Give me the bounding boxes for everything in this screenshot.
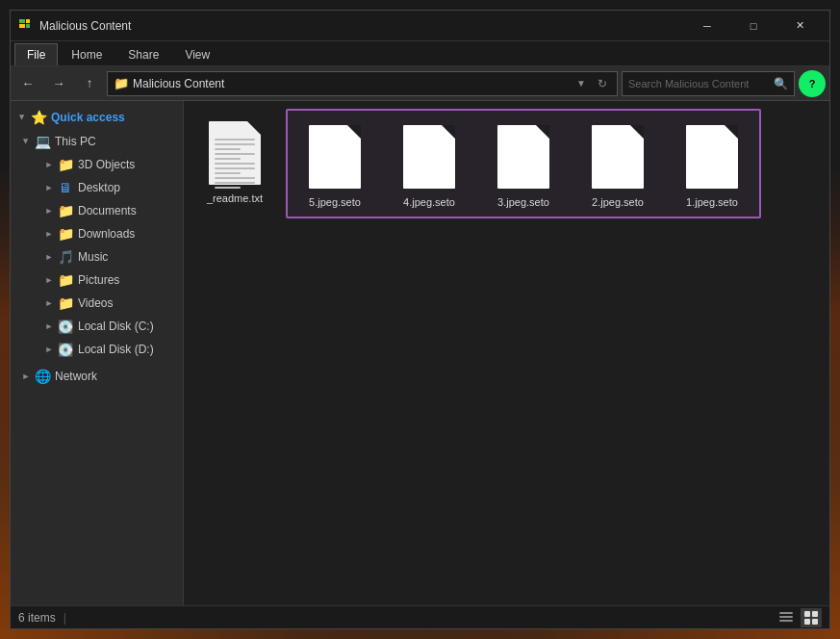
quick-access-label: Quick access [51,111,125,124]
sidebar-item-desktop[interactable]: ► 🖥 Desktop [11,176,183,199]
svg-rect-2 [26,19,30,23]
sidebar-item-downloads[interactable]: ► 📁 Downloads [11,222,183,245]
local-c-arrow: ► [41,319,57,334]
file-name-3: 3.jpeg.seto [497,195,549,209]
tab-home[interactable]: Home [59,43,115,65]
sidebar-item-music[interactable]: ► 🎵 Music [11,245,183,268]
sidebar-item-this-pc[interactable]: ► 💻 This PC [11,130,183,153]
quick-access-arrow: ► [14,110,30,125]
main-content: ► ⭐ Quick access ► 💻 This PC ► 📁 3D Obje… [11,101,829,605]
file-icon-3 [493,122,554,192]
network-arrow: ► [18,369,34,384]
3d-objects-label: 3D Objects [78,158,135,171]
videos-label: Videos [78,296,113,310]
sidebar-item-network[interactable]: ► 🌐 Network [11,365,183,388]
pictures-label: Pictures [78,273,119,287]
downloads-label: Downloads [78,227,135,241]
file-name-5: 5.jpeg.seto [309,195,361,209]
file-icon-1 [681,122,743,192]
help-button[interactable]: ? [799,70,826,97]
file-icon-4 [398,122,460,192]
local-d-label: Local Disk (D:) [78,343,154,356]
sidebar-item-3d-objects[interactable]: ► 📁 3D Objects [11,153,183,176]
file-item-3[interactable]: 3.jpeg.seto [480,115,567,213]
this-pc-icon: 💻 [34,133,51,150]
list-view-button[interactable] [776,608,797,627]
item-count: 6 items [18,611,56,625]
desktop-label: Desktop [78,181,120,194]
file-icon-2 [587,122,649,192]
svg-rect-5 [779,612,793,614]
forward-button[interactable]: → [45,70,72,97]
this-pc-section: ► 💻 This PC ► 📁 3D Objects ► 🖥 Desktop ►… [11,130,183,361]
music-arrow: ► [41,249,57,265]
file-name-2: 2.jpeg.seto [592,195,644,209]
local-c-label: Local Disk (C:) [78,320,154,333]
back-button[interactable]: ← [14,70,41,97]
search-placeholder: Search Malicious Content [628,78,749,89]
this-pc-label: This PC [55,135,96,148]
maximize-button[interactable]: □ [731,11,776,41]
network-label: Network [55,370,97,383]
svg-rect-11 [812,619,818,625]
file-item-4[interactable]: 4.jpeg.seto [386,115,472,213]
file-item-readme[interactable]: _readme.txt [191,109,278,218]
close-button[interactable]: ✕ [777,11,822,41]
file-icon-5 [304,122,366,192]
window-controls: ─ □ ✕ [685,11,822,41]
svg-rect-7 [779,620,793,622]
sidebar-item-documents[interactable]: ► 📁 Documents [11,199,183,222]
file-item-2[interactable]: 2.jpeg.seto [574,115,661,213]
tab-file[interactable]: File [14,43,58,65]
svg-rect-6 [779,616,793,618]
large-icons-view-button[interactable] [801,608,822,627]
3d-objects-arrow: ► [41,157,57,172]
svg-rect-3 [19,24,25,28]
ribbon-tabs: File Home Share View [11,41,829,66]
local-c-icon: 💽 [57,318,74,335]
address-path: Malicious Content [133,77,224,90]
local-d-arrow: ► [41,342,57,357]
file-area[interactable]: _readme.txt 5.jpeg.seto [184,101,829,605]
documents-icon: 📁 [57,202,74,219]
this-pc-arrow: ► [18,134,34,149]
desktop-arrow: ► [41,180,57,195]
sidebar: ► ⭐ Quick access ► 💻 This PC ► 📁 3D Obje… [11,101,184,605]
sidebar-item-videos[interactable]: ► 📁 Videos [11,292,183,315]
sidebar-item-local-d[interactable]: ► 💽 Local Disk (D:) [11,338,183,361]
address-field[interactable]: 📁 Malicious Content ▼ ↻ [107,71,618,96]
svg-rect-4 [26,24,30,28]
network-icon: 🌐 [34,368,51,385]
file-name-readme: _readme.txt [207,192,263,205]
address-dropdown-arrow[interactable]: ▼ [573,78,590,89]
search-icon[interactable]: 🔍 [774,77,788,90]
videos-icon: 📁 [57,294,74,312]
search-box[interactable]: Search Malicious Content 🔍 [622,71,795,96]
minimize-button[interactable]: ─ [685,11,729,41]
view-controls [776,608,822,627]
desktop-icon: 🖥 [57,179,74,196]
documents-arrow: ► [41,203,57,218]
titlebar: Malicious Content ─ □ ✕ [11,11,829,41]
svg-rect-9 [812,611,818,617]
explorer-window: Malicious Content ─ □ ✕ File Home Share … [10,10,830,629]
tab-share[interactable]: Share [115,43,171,65]
documents-label: Documents [78,204,137,217]
refresh-button[interactable]: ↻ [594,77,611,90]
quick-access-header[interactable]: ► ⭐ Quick access [11,105,183,130]
svg-rect-8 [804,611,810,617]
file-item-1[interactable]: 1.jpeg.seto [669,115,755,213]
downloads-arrow: ► [41,226,57,242]
folder-icon: 📁 [114,76,129,90]
up-button[interactable]: ↑ [76,70,103,97]
window-title: Malicious Content [39,19,685,33]
sidebar-item-local-c[interactable]: ► 💽 Local Disk (C:) [11,315,183,338]
status-separator: | [64,611,66,625]
status-bar: 6 items | [11,605,829,628]
pictures-arrow: ► [41,272,57,288]
sidebar-item-pictures[interactable]: ► 📁 Pictures [11,268,183,292]
file-item-5[interactable]: 5.jpeg.seto [292,115,378,213]
quick-access-icon: ⭐ [30,109,47,126]
address-bar: ← → ↑ 📁 Malicious Content ▼ ↻ Search Mal… [11,66,829,101]
tab-view[interactable]: View [172,43,222,65]
